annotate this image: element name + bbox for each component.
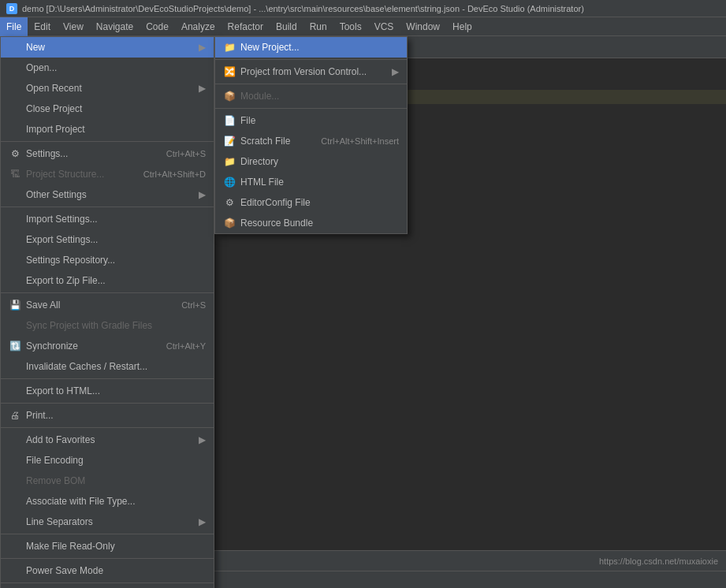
print-icon: 🖨 [9, 409, 21, 422]
menu-item-export-html[interactable]: Export to HTML... [1, 381, 214, 401]
submenu-item-html-file[interactable]: 🌐 HTML File [215, 172, 407, 192]
menu-item-export-zip[interactable]: Export to Zip File... [1, 270, 214, 291]
export-html-icon [9, 385, 21, 397]
separator [215, 108, 407, 109]
export-zip-icon [9, 274, 21, 287]
shortcut-text: Ctrl+Alt+Shift+D [143, 169, 206, 179]
submenu-arrow: ▶ [199, 83, 206, 94]
new-project-icon: 📁 [223, 41, 236, 54]
submenu-item-label: Project from Version Control... [240, 66, 367, 77]
menu-item-exit[interactable]: Exit [1, 585, 214, 588]
menu-item-invalidate-caches[interactable]: Invalidate Caches / Restart... [1, 356, 214, 377]
separator [1, 427, 214, 428]
close-project-icon [9, 102, 21, 115]
app-icon: D [6, 3, 17, 14]
menu-item-label: Associate with File Type... [26, 496, 136, 507]
import-settings-icon [9, 213, 21, 225]
menu-item-import-settings[interactable]: Import Settings... [1, 209, 214, 229]
menu-item-other-settings[interactable]: Other Settings ▶ [1, 184, 214, 205]
menu-edit[interactable]: Edit [28, 17, 57, 36]
menu-item-synchronize[interactable]: 🔃 Synchronize Ctrl+Alt+Y [1, 336, 214, 356]
separator [215, 59, 407, 60]
submenu-item-label: Directory [240, 156, 278, 167]
menu-item-import-project[interactable]: Import Project [1, 119, 214, 140]
menu-file[interactable]: File [0, 17, 28, 36]
settings-icon: ⚙ [9, 147, 21, 160]
submenu-item-editorconfig[interactable]: ⚙ EditorConfig File [215, 192, 407, 213]
menu-item-save-all[interactable]: 💾 Save All Ctrl+S [1, 295, 214, 315]
menu-item-label: Open Recent [26, 83, 82, 94]
submenu-arrow: ▶ [199, 189, 206, 200]
new-submenu-dropdown: 📁 New Project... 🔀 Project from Version … [214, 36, 408, 234]
menu-item-label: Settings... [26, 148, 68, 159]
menu-view[interactable]: View [57, 17, 90, 36]
menu-vcs[interactable]: VCS [368, 17, 400, 36]
menu-item-associate-file-type[interactable]: Associate with File Type... [1, 491, 214, 512]
menu-item-open[interactable]: Open... [1, 58, 214, 78]
menu-item-new[interactable]: New ▶ [1, 37, 214, 58]
menu-item-settings-repo[interactable]: Settings Repository... [1, 250, 214, 270]
menu-window[interactable]: Window [400, 17, 446, 36]
menu-tools[interactable]: Tools [333, 17, 368, 36]
menu-item-open-recent[interactable]: Open Recent ▶ [1, 78, 214, 99]
menu-item-make-read-only[interactable]: Make File Read-Only [1, 536, 214, 556]
menu-item-export-settings[interactable]: Export Settings... [1, 229, 214, 250]
menu-item-label: Import Settings... [26, 214, 98, 225]
submenu-item-label: HTML File [240, 177, 284, 188]
line-sep-icon [9, 515, 21, 528]
submenu-arrow: ▶ [199, 42, 206, 53]
menu-item-remove-bom: Remove BOM [1, 471, 214, 491]
menu-item-label: Make File Read-Only [26, 541, 115, 552]
save-icon: 💾 [9, 299, 21, 311]
open-icon [9, 61, 21, 74]
separator [1, 207, 214, 207]
separator [215, 84, 407, 84]
submenu-arrow: ▶ [392, 66, 399, 77]
menu-code[interactable]: Code [140, 17, 175, 36]
menu-item-file-encoding[interactable]: File Encoding [1, 450, 214, 471]
submenu-item-label: File [240, 115, 255, 126]
menu-item-power-save[interactable]: Power Save Mode [1, 560, 214, 581]
submenu-item-label: Scratch File [240, 136, 290, 147]
menu-item-label: Close Project [26, 103, 82, 114]
export-settings-icon [9, 233, 21, 246]
resource-bundle-icon: 📦 [223, 217, 236, 229]
menu-item-close-project[interactable]: Close Project [1, 99, 214, 119]
separator [1, 582, 214, 583]
menu-item-sync-gradle: Sync Project with Gradle Files [1, 315, 214, 336]
menu-item-label: Export to HTML... [26, 385, 100, 396]
new-icon [9, 41, 21, 54]
submenu-item-label: Module... [240, 91, 279, 102]
file-icon: 📄 [223, 114, 236, 127]
menu-item-settings[interactable]: ⚙ Settings... Ctrl+Alt+S [1, 143, 214, 164]
menu-build[interactable]: Build [270, 17, 303, 36]
menu-help[interactable]: Help [446, 17, 478, 36]
submenu-item-new-project[interactable]: 📁 New Project... [215, 37, 407, 58]
menu-item-add-favorites[interactable]: Add to Favorites ▶ [1, 430, 214, 450]
submenu-item-file[interactable]: 📄 File [215, 110, 407, 131]
power-save-icon [9, 564, 21, 577]
title-text: demo [D:\Users\Administrator\DevEcoStudi… [22, 4, 584, 13]
menu-refactor[interactable]: Refactor [222, 17, 270, 36]
submenu-arrow: ▶ [199, 516, 206, 527]
settings-repo-icon [9, 254, 21, 266]
scratch-icon: 📝 [223, 135, 236, 147]
synchronize-icon: 🔃 [9, 340, 21, 352]
submenu-item-directory[interactable]: 📁 Directory [215, 151, 407, 172]
menu-analyze[interactable]: Analyze [175, 17, 222, 36]
menu-item-label: Project Structure... [26, 169, 104, 180]
menu-item-project-structure[interactable]: 🏗 Project Structure... Ctrl+Alt+Shift+D [1, 164, 214, 184]
submenu-item-scratch-file[interactable]: 📝 Scratch File Ctrl+Alt+Shift+Insert [215, 131, 407, 151]
vcs-icon: 🔀 [223, 65, 236, 78]
menu-item-label: File Encoding [26, 455, 84, 466]
menu-item-print[interactable]: 🖨 Print... [1, 405, 214, 426]
menu-run[interactable]: Run [303, 17, 333, 36]
favorites-icon [9, 434, 21, 446]
submenu-item-project-vcs[interactable]: 🔀 Project from Version Control... ▶ [215, 61, 407, 82]
submenu-item-resource-bundle[interactable]: 📦 Resource Bundle [215, 213, 407, 233]
status-right: https://blog.csdn.net/muxaioxie [599, 556, 718, 566]
menu-item-line-separators[interactable]: Line Separators ▶ [1, 512, 214, 532]
shortcut-text: Ctrl+Alt+S [166, 149, 206, 158]
menu-navigate[interactable]: Navigate [90, 17, 140, 36]
editorconfig-icon: ⚙ [223, 196, 236, 209]
